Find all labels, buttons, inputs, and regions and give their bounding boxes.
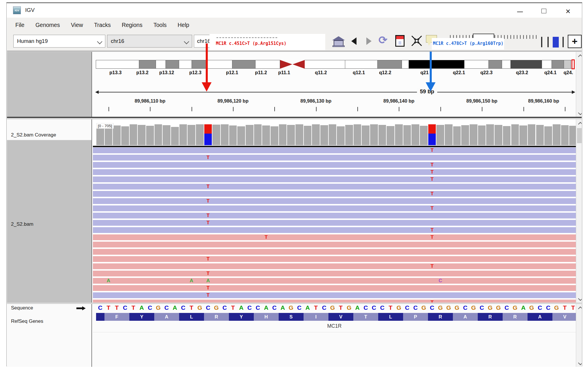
coverage-bar[interactable] <box>503 126 511 145</box>
coverage-bar[interactable] <box>237 126 245 145</box>
coverage-bar[interactable] <box>130 124 137 145</box>
coverage-bar[interactable] <box>121 126 129 145</box>
strand-arrow-icon[interactable] <box>76 306 86 310</box>
coverage-bar[interactable] <box>304 126 312 145</box>
coverage-bar[interactable] <box>362 125 370 145</box>
coverage-bar[interactable] <box>287 125 295 145</box>
read-row[interactable]: AAAC <box>93 278 576 284</box>
read-row[interactable] <box>93 242 576 247</box>
coverage-bar[interactable] <box>171 127 179 145</box>
read-row[interactable]: T <box>93 205 576 211</box>
read-row[interactable]: T <box>93 300 576 303</box>
read-row[interactable]: T <box>93 271 576 276</box>
coverage-bar[interactable] <box>519 125 527 145</box>
read-row[interactable]: T <box>93 285 576 291</box>
zoom-in-button[interactable]: + <box>568 35 582 48</box>
amino-acid-track[interactable]: FYALRYHSIVTLPRARRAV <box>93 313 576 321</box>
home-icon[interactable] <box>332 36 345 47</box>
coverage-bar[interactable] <box>246 125 253 145</box>
menu-item-tools[interactable]: Tools <box>149 20 171 30</box>
forward-arrow-icon[interactable] <box>366 37 372 45</box>
menu-item-file[interactable]: File <box>11 20 29 30</box>
coverage-bar[interactable] <box>345 125 353 145</box>
read-row[interactable]: T <box>93 169 576 175</box>
coverage-bar[interactable] <box>470 124 477 145</box>
read-row[interactable]: T <box>93 147 576 153</box>
scroll-up-icon[interactable] <box>579 54 582 58</box>
alignment-scrollbar[interactable] <box>576 119 582 303</box>
coverage-bar-variant-red[interactable] <box>204 124 212 134</box>
coverage-bar[interactable] <box>155 124 162 145</box>
define-region-icon[interactable] <box>395 35 405 47</box>
chromosome-ideogram[interactable] <box>93 60 576 69</box>
read-row[interactable]: T <box>93 155 576 161</box>
coverage-bar[interactable] <box>312 124 320 145</box>
coverage-bar[interactable] <box>212 125 220 145</box>
locator-scrollbar[interactable] <box>576 52 582 117</box>
coverage-bar[interactable] <box>320 125 328 145</box>
menu-item-help[interactable]: Help <box>173 20 194 30</box>
scroll-up-icon[interactable] <box>579 306 582 310</box>
coverage-bar[interactable] <box>411 124 419 145</box>
coverage-bar[interactable] <box>378 125 386 145</box>
coverage-bar[interactable] <box>146 126 154 145</box>
read-row[interactable]: T <box>93 191 576 197</box>
coverage-bar[interactable] <box>188 125 195 145</box>
menu-item-regions[interactable]: Regions <box>117 20 147 30</box>
read-row[interactable]: T <box>93 162 576 168</box>
menu-item-genomes[interactable]: Genomes <box>31 20 64 30</box>
coverage-track[interactable]: [0 - 705] <box>93 124 576 145</box>
read-row[interactable]: T <box>93 198 576 204</box>
coverage-bar[interactable] <box>196 124 204 145</box>
coverage-bar-variant-red[interactable] <box>428 124 436 134</box>
coverage-bar[interactable] <box>495 125 502 145</box>
scroll-up-icon[interactable] <box>579 122 582 125</box>
sequence-scrollbar[interactable] <box>576 304 582 367</box>
coverage-bar[interactable] <box>254 124 262 145</box>
coverage-bar[interactable] <box>536 125 544 145</box>
back-arrow-icon[interactable] <box>351 37 357 45</box>
coverage-bar[interactable] <box>486 124 494 145</box>
close-button[interactable]: ✕ <box>564 8 572 15</box>
menu-item-view[interactable]: View <box>67 20 87 30</box>
scroll-down-icon[interactable] <box>579 360 582 364</box>
read-row[interactable]: T <box>93 176 576 182</box>
coverage-bar[interactable] <box>370 124 378 145</box>
fit-to-window-icon[interactable] <box>411 35 422 48</box>
coverage-bar[interactable] <box>478 125 486 145</box>
genome-select[interactable]: Human hg19 <box>13 35 105 48</box>
scroll-down-icon[interactable] <box>579 110 582 114</box>
refresh-icon[interactable]: ⟳ <box>378 34 387 46</box>
read-row[interactable] <box>93 249 576 255</box>
coverage-bar[interactable] <box>295 124 303 145</box>
coverage-bar[interactable] <box>229 125 237 145</box>
coverage-bar[interactable] <box>528 124 536 145</box>
coverage-bar[interactable] <box>445 124 453 145</box>
coverage-bar[interactable] <box>420 126 428 145</box>
read-row[interactable]: T <box>93 184 576 190</box>
coverage-bar[interactable] <box>544 126 552 145</box>
scroll-down-icon[interactable] <box>579 296 582 300</box>
read-row[interactable]: T <box>93 256 576 262</box>
read-row[interactable]: TT <box>93 234 576 240</box>
coverage-bar[interactable] <box>337 126 345 145</box>
coverage-bar[interactable] <box>354 124 361 145</box>
read-row[interactable]: T <box>93 227 576 233</box>
coverage-bar[interactable] <box>436 125 444 145</box>
chromosome-select[interactable]: chr16 <box>107 35 192 48</box>
locator-data[interactable]: p13.3p13.2p13.12p12.3p12.1p11.2p11.1q11.… <box>93 52 576 117</box>
coverage-bar[interactable] <box>163 125 170 145</box>
scrollbar-thumb[interactable] <box>577 128 582 143</box>
coverage-bar[interactable] <box>329 124 337 145</box>
zoom-slider-thumb[interactable] <box>553 37 559 48</box>
coverage-bar[interactable] <box>395 124 403 145</box>
coverage-bar[interactable] <box>113 125 121 145</box>
maximize-button[interactable] <box>541 8 548 15</box>
coverage-bar[interactable] <box>403 125 411 145</box>
read-row[interactable]: T <box>93 213 576 218</box>
menu-item-tracks[interactable]: Tracks <box>90 20 115 30</box>
coverage-bar[interactable] <box>453 126 461 145</box>
coverage-bar[interactable] <box>221 124 229 145</box>
coverage-bar[interactable] <box>271 126 278 145</box>
coverage-bar[interactable] <box>561 125 569 145</box>
